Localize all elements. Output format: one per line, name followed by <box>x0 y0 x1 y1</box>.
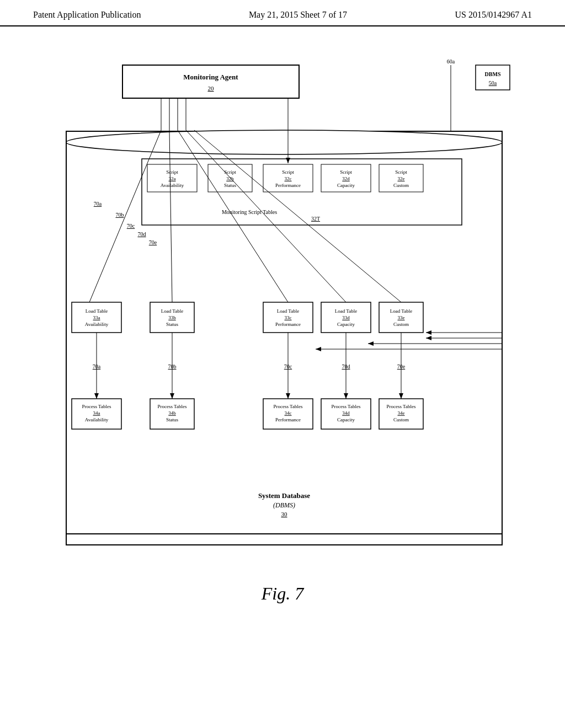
svg-rect-8 <box>476 65 510 90</box>
diagram-svg: Monitoring Agent 20 DBMS 50a 60a Script … <box>34 38 531 578</box>
svg-text:DBMS: DBMS <box>485 71 501 77</box>
svg-text:Load Table: Load Table <box>335 308 357 314</box>
page: Patent Application Publication May 21, 2… <box>0 0 565 728</box>
svg-text:Capacity: Capacity <box>337 183 355 188</box>
svg-text:34c: 34c <box>285 410 292 416</box>
svg-text:70d: 70d <box>138 231 146 237</box>
svg-text:Load Table: Load Table <box>277 308 299 314</box>
svg-text:32a: 32a <box>169 176 176 181</box>
svg-text:Capacity: Capacity <box>337 322 355 327</box>
svg-text:Load Table: Load Table <box>161 308 183 314</box>
svg-text:33e: 33e <box>398 315 405 320</box>
svg-text:Custom: Custom <box>393 322 409 327</box>
header-right: US 2015/0142967 A1 <box>455 10 532 20</box>
svg-text:Script: Script <box>340 169 352 175</box>
svg-text:Status: Status <box>166 417 179 422</box>
svg-text:70b: 70b <box>116 212 124 218</box>
svg-text:50a: 50a <box>489 80 497 86</box>
svg-text:Process Tables: Process Tables <box>387 404 416 409</box>
svg-text:33b: 33b <box>168 315 176 320</box>
svg-point-1 <box>66 130 502 154</box>
svg-text:34d: 34d <box>342 410 350 416</box>
svg-text:Process Tables: Process Tables <box>158 404 187 409</box>
svg-text:32T: 32T <box>311 216 320 222</box>
svg-text:Performance: Performance <box>275 322 301 327</box>
diagram-container: Monitoring Agent 20 DBMS 50a 60a Script … <box>34 38 531 578</box>
svg-text:Script: Script <box>395 169 407 175</box>
header-center: May 21, 2015 Sheet 7 of 17 <box>249 10 347 20</box>
svg-text:34e: 34e <box>398 410 405 416</box>
svg-text:Process Tables: Process Tables <box>82 404 111 409</box>
svg-text:Performance: Performance <box>275 417 301 422</box>
svg-text:Performance: Performance <box>275 183 301 188</box>
svg-text:Availability: Availability <box>161 183 184 188</box>
svg-text:30: 30 <box>281 511 288 517</box>
svg-text:32e: 32e <box>398 176 405 181</box>
svg-text:70e: 70e <box>149 239 157 245</box>
svg-text:Monitoring Agent: Monitoring Agent <box>183 73 238 81</box>
svg-text:32c: 32c <box>285 176 292 181</box>
svg-rect-5 <box>122 65 299 98</box>
svg-text:Script: Script <box>282 169 294 175</box>
svg-text:34b: 34b <box>168 410 176 416</box>
svg-text:34a: 34a <box>93 410 100 416</box>
svg-text:System Database: System Database <box>258 491 310 500</box>
page-header: Patent Application Publication May 21, 2… <box>0 0 565 26</box>
figure-caption: Fig. 7 <box>0 584 565 604</box>
svg-text:(DBMS): (DBMS) <box>273 501 295 509</box>
svg-text:Process Tables: Process Tables <box>332 404 361 409</box>
svg-text:70c: 70c <box>127 223 135 229</box>
svg-text:Load Table: Load Table <box>86 308 108 314</box>
svg-text:33c: 33c <box>285 315 292 320</box>
svg-text:70a: 70a <box>94 201 102 207</box>
header-left: Patent Application Publication <box>33 10 141 20</box>
svg-text:Availability: Availability <box>85 322 109 327</box>
svg-text:Availability: Availability <box>85 417 109 422</box>
svg-text:Capacity: Capacity <box>337 417 355 422</box>
svg-text:Load Table: Load Table <box>390 308 412 314</box>
svg-text:33d: 33d <box>342 315 350 320</box>
svg-text:32d: 32d <box>342 176 350 181</box>
svg-text:Custom: Custom <box>393 183 409 188</box>
svg-text:Status: Status <box>166 322 179 327</box>
svg-text:Status: Status <box>224 183 237 188</box>
svg-text:60a: 60a <box>447 58 455 65</box>
svg-text:Custom: Custom <box>393 417 409 422</box>
svg-text:Script: Script <box>166 169 178 175</box>
svg-text:Script: Script <box>224 169 236 175</box>
svg-text:33a: 33a <box>93 315 100 320</box>
svg-text:20: 20 <box>208 85 215 92</box>
svg-text:Process Tables: Process Tables <box>274 404 303 409</box>
